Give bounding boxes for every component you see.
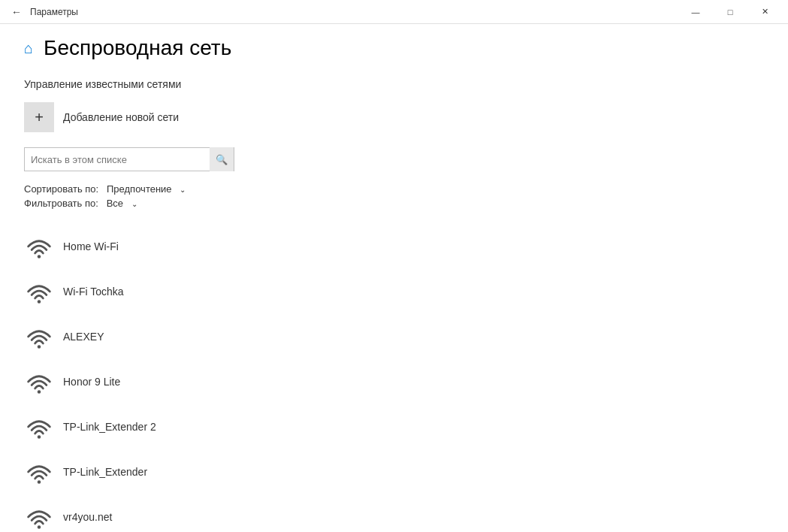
wifi-icon (24, 457, 54, 487)
svg-point-6 (38, 525, 41, 529)
network-name: Wi-Fi Tochka (63, 286, 124, 298)
network-item[interactable]: Wi-Fi Tochka (24, 269, 764, 314)
network-name: TP-Link_Extender (63, 466, 147, 478)
svg-point-0 (38, 255, 41, 258)
add-network-icon: + (24, 102, 54, 132)
filter-row: Фильтровать по: Все ⌄ (24, 198, 764, 209)
minimize-button[interactable]: — (678, 0, 713, 24)
maximize-button[interactable]: □ (713, 0, 747, 24)
page-header: ⌂ Беспроводная сеть (24, 36, 764, 60)
filter-arrow: ⌄ (131, 200, 137, 208)
network-item[interactable]: ALEXEY (24, 314, 764, 359)
network-item[interactable]: TP-Link_Extender (24, 449, 764, 494)
network-name: Home Wi-Fi (63, 240, 119, 252)
search-icon[interactable]: 🔍 (210, 147, 234, 171)
network-item[interactable]: TP-Link_Extender 2 (24, 404, 764, 449)
main-area: ⌂ Беспроводная сеть Управление известным… (0, 24, 788, 532)
search-input[interactable] (25, 154, 210, 165)
home-icon: ⌂ (24, 40, 33, 57)
svg-point-5 (38, 480, 41, 484)
sort-arrow: ⌄ (180, 186, 186, 194)
page-title: Беспроводная сеть (44, 36, 231, 60)
close-button[interactable]: ✕ (747, 0, 782, 24)
sort-filter: Сортировать по: Предпочтение ⌄ Фильтрова… (24, 183, 764, 209)
back-button[interactable]: ← (6, 2, 27, 23)
sort-dropdown[interactable]: Предпочтение (107, 183, 172, 195)
content-area: ⌂ Беспроводная сеть Управление известным… (0, 24, 788, 532)
network-name: vr4you.net (63, 511, 112, 523)
window-controls: — □ ✕ (678, 0, 782, 24)
svg-point-4 (38, 435, 41, 439)
section-title: Управление известными сетями (24, 78, 764, 90)
titlebar-title: Параметры (30, 7, 78, 17)
wifi-icon (24, 322, 54, 352)
wifi-icon (24, 277, 54, 307)
wifi-icon (24, 502, 54, 532)
sort-row: Сортировать по: Предпочтение ⌄ (24, 183, 764, 195)
wifi-icon (24, 231, 54, 261)
network-list: Home Wi-Fi Wi-Fi Tochka (24, 224, 764, 532)
wifi-icon (24, 412, 54, 442)
network-item[interactable]: vr4you.net (24, 494, 764, 532)
svg-point-2 (38, 345, 41, 349)
svg-point-1 (38, 300, 41, 304)
wifi-icon (24, 367, 54, 397)
svg-point-3 (38, 390, 41, 394)
network-item[interactable]: Honor 9 Lite (24, 359, 764, 404)
network-name: ALEXEY (63, 331, 104, 343)
titlebar: ← Параметры — □ ✕ (0, 0, 788, 24)
network-name: TP-Link_Extender 2 (63, 421, 156, 433)
network-item[interactable]: Home Wi-Fi (24, 224, 764, 269)
search-box[interactable]: 🔍 (24, 147, 234, 171)
add-network-label: Добавление новой сети (63, 111, 179, 123)
add-network-button[interactable]: + Добавление новой сети (24, 102, 764, 132)
network-name: Honor 9 Lite (63, 376, 120, 388)
filter-dropdown[interactable]: Все (107, 198, 123, 209)
